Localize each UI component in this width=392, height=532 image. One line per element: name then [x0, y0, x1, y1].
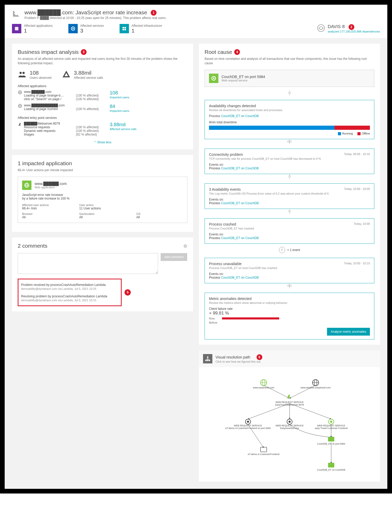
svg-rect-3	[122, 27, 124, 29]
process-link[interactable]: CouchDB_ET on CouchDB	[221, 236, 259, 240]
info-icon[interactable]: i	[183, 244, 187, 249]
comment-2-meta: demoability@dynatrace.com via Lambda, Ju…	[21, 299, 118, 302]
comment-1-meta: demoability@dynatrace.com via Lambda, Ju…	[21, 287, 118, 290]
process-link[interactable]: CouchDB_ET on CouchDB	[221, 166, 259, 170]
affected-app-2[interactable]: www.████████████.com Loading of page /cu…	[18, 104, 187, 112]
svg-point-23	[207, 356, 208, 358]
chevron-up-icon: ⌃	[94, 140, 96, 144]
comments-title: 2 comments	[18, 243, 47, 249]
rc-connectivity-card[interactable]: Today, 09:58 - 10:16 Connectivity proble…	[205, 149, 374, 174]
svg-text:www.easytravel.com: www.easytravel.com	[252, 386, 274, 389]
davis-name: DAVIS ® 2	[328, 24, 380, 30]
annotation-badge-3: 3	[81, 49, 87, 55]
svg-point-26	[209, 360, 210, 361]
affected-eps-head: Affected entry point services	[18, 116, 187, 120]
bia-title: Business impact analysis	[18, 49, 79, 55]
comment-2-text: Resolving problem by processCrashAutoRem…	[21, 294, 118, 298]
add-comment-button[interactable]: Add comment	[161, 253, 187, 261]
svg-text:WEB REQUEST SERVICE: WEB REQUEST SERVICE	[275, 401, 303, 403]
globe-icon	[18, 104, 24, 109]
rc-head-card[interactable]: CouchDB_ET on port 5984 Web request serv…	[205, 70, 374, 87]
svg-point-25	[207, 360, 208, 361]
tile-affected-infrastructure[interactable]: Affected infrastructure 1	[120, 24, 162, 34]
svg-point-9	[22, 72, 25, 74]
svg-point-24	[205, 360, 207, 361]
hierarchy-icon	[203, 354, 212, 363]
rc-process-crashed-card[interactable]: Today, 10:00 Process crashed Process Cou…	[205, 218, 374, 244]
svg-rect-49	[328, 437, 334, 441]
affected-app-1[interactable]: www.██████.com Loading of page /orange-b…	[18, 90, 187, 101]
svg-point-22	[213, 78, 214, 79]
rc-title: Root cause	[205, 49, 232, 55]
svg-text:eT-demo-2-CustomerFrontend: eT-demo-2-CustomerFrontend	[248, 453, 279, 456]
svg-rect-53	[328, 463, 334, 467]
svg-point-38	[247, 421, 249, 423]
annotation-badge-4: 4	[234, 49, 240, 55]
anomaly-bar-now	[222, 317, 279, 319]
davis-deps: analyzed 177,180,025,968 dependencies	[328, 30, 380, 33]
services-icon	[68, 24, 78, 33]
rc-availability-events-card[interactable]: Today, 10:00 - 10:05 3 Availability even…	[205, 183, 374, 209]
process-link[interactable]: CouchDB_ET on CouchDB	[221, 276, 259, 279]
comments-section: 2 comments i Add comment Problem resolve…	[12, 238, 193, 311]
page-title: www.██████.com: JavaScript error rate in…	[24, 9, 380, 16]
svg-point-42	[289, 421, 291, 423]
root-cause-section: Root cause 4 Based on time correlation a…	[199, 44, 380, 345]
problem-icon	[12, 9, 20, 18]
rc-metric-anomalies-card[interactable]: Metric anomalies detected Review the met…	[205, 293, 374, 339]
globe-icon	[18, 90, 24, 95]
show-less-link[interactable]: ⌃ Show less	[18, 140, 187, 144]
impacted-title: 1 impacted application	[18, 160, 187, 166]
users-icon	[18, 70, 27, 80]
svg-text:WEB REQUEST SERVICE: WEB REQUEST SERVICE	[234, 424, 262, 427]
svg-text:i: i	[185, 245, 186, 248]
davis-panel: DAVIS ® 2 analyzed 177,180,025,968 depen…	[317, 24, 380, 33]
svg-text:CouchDB_ET on CouchDB: CouchDB_ET on CouchDB	[317, 469, 345, 471]
process-link[interactable]: CouchDB_ET on CouchDB	[221, 201, 259, 205]
impacted-app-card[interactable]: www.██████.com Web application JavaScrip…	[18, 177, 187, 223]
page-subtitle: Problem P-████ detected at 10:00 - 10:25…	[24, 16, 380, 20]
annotation-badge-5: 5	[125, 289, 131, 296]
svg-point-46	[330, 421, 332, 423]
tile-affected-applications[interactable]: Affected applications 1	[12, 24, 53, 34]
availability-bar	[209, 126, 370, 130]
service-icon	[18, 122, 24, 127]
vrp-title: Visual resolution path	[215, 355, 250, 359]
affected-apps-head: Affected applications	[18, 84, 187, 88]
rc-availability-card[interactable]: Availability changes detected Review all…	[205, 100, 374, 139]
svg-point-7	[317, 25, 324, 32]
svg-text:eT-demo-2-CustomerFrontend on : eT-demo-2-CustomerFrontend on port 8280	[225, 427, 271, 430]
svg-rect-51	[260, 447, 267, 452]
svg-text:EasyTravelWebserver:8079: EasyTravelWebserver:8079	[275, 403, 304, 406]
svg-point-8	[19, 72, 22, 74]
plus-event-link[interactable]: ! + 1 event	[205, 247, 374, 253]
annotation-badge-2: 2	[349, 24, 354, 30]
business-impact-section: Business impact analysis 3 An analysis o…	[12, 44, 193, 149]
exclamation-icon: !	[279, 247, 285, 253]
svg-text:www.weather.easytravel.com: www.weather.easytravel.com	[300, 386, 330, 389]
annotation-badge-1: 1	[151, 10, 156, 16]
comments-highlight-box: Problem resolved by processCrashAutoReme…	[18, 279, 122, 306]
users-observed-value: 108	[30, 70, 51, 76]
tile-affected-services[interactable]: Affected services 3	[68, 24, 104, 34]
davis-icon	[317, 24, 325, 33]
analyze-anomalies-button[interactable]: Analyze metric anomalies	[327, 328, 370, 336]
comment-input[interactable]	[18, 253, 158, 274]
applications-icon	[12, 24, 21, 33]
svg-rect-4	[125, 27, 126, 29]
affected-eps-1[interactable]: ██████Webserver:8079 Resource requests D…	[18, 122, 187, 136]
calls-icon	[62, 70, 71, 80]
svg-text:WEB REQUEST SERVICE: WEB REQUEST SERVICE	[317, 424, 345, 427]
visual-resolution-path-section: Visual resolution path 6 Click to see ho…	[199, 350, 380, 482]
rc-process-unavailable-card[interactable]: Today, 10:00 - 10:15 Process unavailable…	[205, 258, 374, 283]
vrp-graph[interactable]: www.easytravel.com www.weather.easytrave…	[199, 367, 380, 482]
bia-desc: An analysis of all affected service call…	[18, 57, 187, 66]
app-icon	[22, 181, 31, 190]
process-link[interactable]: CouchDB_ET on CouchDB	[221, 114, 259, 118]
service-icon	[209, 74, 218, 83]
svg-rect-6	[125, 29, 126, 30]
anomaly-value: + 99.81 %	[209, 311, 370, 316]
affected-calls-value: 3.88mil	[74, 70, 103, 76]
impacted-app-section: 1 impacted application 66.4+ User action…	[12, 155, 193, 232]
svg-text:WEB REQUEST SERVICE: WEB REQUEST SERVICE	[275, 424, 303, 427]
